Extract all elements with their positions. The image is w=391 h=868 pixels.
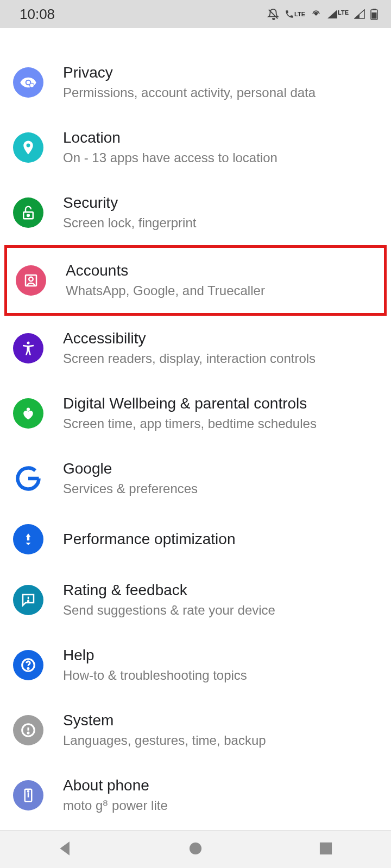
item-title: Rating & feedback — [63, 580, 378, 600]
item-title: System — [63, 711, 378, 730]
settings-item-security[interactable]: Security Screen lock, fingerprint — [0, 180, 391, 245]
battery-icon — [370, 8, 378, 20]
item-subtitle: Screen lock, fingerprint — [63, 214, 378, 232]
item-subtitle: How-to & troubleshooting topics — [63, 666, 378, 685]
item-title: About phone — [63, 776, 378, 795]
svg-point-5 — [30, 83, 34, 87]
svg-point-22 — [190, 842, 201, 854]
settings-item-performance[interactable]: Performance optimization — [0, 511, 391, 567]
security-icon — [13, 197, 43, 228]
hotspot-icon — [311, 9, 321, 20]
svg-point-10 — [27, 341, 30, 344]
settings-item-system[interactable]: System Languages, gestures, time, backup — [0, 698, 391, 763]
item-title: Performance optimization — [63, 529, 378, 549]
settings-item-accessibility[interactable]: Accessibility Screen readers, display, i… — [0, 316, 391, 381]
item-title: Help — [63, 646, 378, 665]
system-icon — [13, 715, 43, 745]
highlight-accounts: Accounts WhatsApp, Google, and Truecalle… — [4, 245, 387, 316]
item-subtitle: WhatsApp, Google, and Truecaller — [66, 282, 371, 300]
performance-icon — [13, 524, 43, 554]
settings-item-help[interactable]: Help How-to & troubleshooting topics — [0, 633, 391, 698]
nav-bar — [0, 830, 391, 868]
item-title: Accounts — [66, 261, 371, 280]
help-icon — [13, 650, 43, 680]
item-subtitle: moto g⁸ power lite — [63, 796, 378, 815]
signal-1-icon: LTE — [327, 9, 349, 19]
svg-point-21 — [28, 790, 29, 792]
nav-recent-button[interactable] — [316, 838, 336, 861]
svg-rect-4 — [372, 12, 377, 19]
accessibility-icon — [13, 333, 43, 363]
settings-item-location[interactable]: Location On - 13 apps have access to loc… — [0, 115, 391, 180]
google-icon — [13, 463, 43, 494]
svg-rect-3 — [373, 9, 376, 10]
settings-item-wellbeing[interactable]: Digital Wellbeing & parental controls Sc… — [0, 381, 391, 446]
wellbeing-icon — [13, 398, 43, 429]
item-title: Google — [63, 459, 378, 478]
item-title: Digital Wellbeing & parental controls — [63, 394, 378, 413]
accounts-icon — [16, 265, 46, 296]
item-subtitle: Screen time, app timers, bedtime schedul… — [63, 414, 378, 433]
settings-item-google[interactable]: Google Services & preferences — [0, 446, 391, 511]
svg-rect-23 — [320, 842, 332, 854]
item-title: Security — [63, 193, 378, 213]
nav-back-button[interactable] — [55, 838, 75, 861]
feedback-icon — [13, 585, 43, 615]
svg-point-9 — [29, 277, 33, 282]
item-subtitle: Services & preferences — [63, 480, 378, 498]
item-title: Accessibility — [63, 329, 378, 348]
nav-home-button[interactable] — [185, 838, 206, 861]
svg-point-7 — [27, 214, 29, 216]
status-time: 10:08 — [20, 6, 55, 23]
settings-item-privacy[interactable]: Privacy Permissions, account activity, p… — [0, 50, 391, 115]
item-title: Location — [63, 128, 378, 148]
item-subtitle: Permissions, account activity, personal … — [63, 84, 378, 102]
svg-point-15 — [28, 668, 29, 669]
wifi-calling-icon: LTE — [285, 9, 305, 19]
location-icon — [13, 132, 43, 163]
settings-item-accounts[interactable]: Accounts WhatsApp, Google, and Truecalle… — [7, 248, 384, 313]
settings-item-about[interactable]: About phone moto g⁸ power lite — [0, 763, 391, 828]
item-subtitle: Send suggestions & rate your device — [63, 601, 378, 620]
status-icons: LTE LTE — [267, 8, 378, 20]
notifications-off-icon — [267, 8, 279, 20]
settings-item-rating[interactable]: Rating & feedback Send suggestions & rat… — [0, 567, 391, 633]
item-subtitle: Languages, gestures, time, backup — [63, 731, 378, 750]
settings-list: Privacy Permissions, account activity, p… — [0, 28, 391, 830]
privacy-icon — [13, 67, 43, 98]
svg-point-1 — [315, 13, 317, 15]
svg-point-13 — [28, 601, 29, 602]
status-bar: 10:08 LTE LTE — [0, 0, 391, 28]
item-subtitle: On - 13 apps have access to location — [63, 149, 378, 167]
item-subtitle: Screen readers, display, interaction con… — [63, 349, 378, 368]
item-title: Privacy — [63, 63, 378, 82]
about-phone-icon — [13, 780, 43, 810]
svg-point-18 — [28, 732, 29, 733]
svg-point-11 — [27, 407, 30, 411]
signal-2-icon — [354, 9, 365, 19]
